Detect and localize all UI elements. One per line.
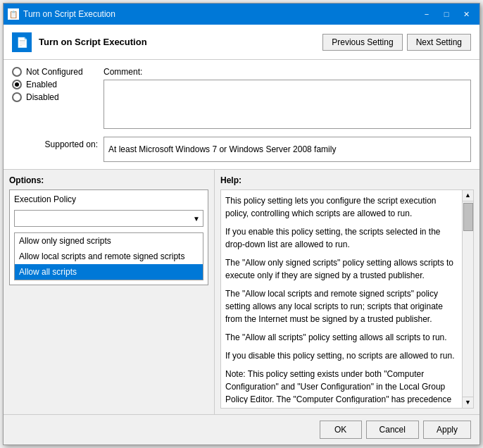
previous-setting-button[interactable]: Previous Setting <box>322 34 402 51</box>
scrollbar-track <box>463 201 473 397</box>
comment-label: Comment: <box>104 67 471 77</box>
radio-disabled-label: Disabled <box>26 92 59 102</box>
radio-enabled-label: Enabled <box>26 80 57 89</box>
window-title: Turn on Script Execution <box>23 9 115 19</box>
close-button[interactable]: ✕ <box>457 7 475 21</box>
title-bar-left: 📋 Turn on Script Execution <box>8 8 115 20</box>
comment-section: Comment: <box>104 67 471 131</box>
minimize-button[interactable]: − <box>418 7 436 21</box>
radio-disabled-input[interactable] <box>12 92 22 102</box>
top-section: Not Configured Enabled Disabled Comment:… <box>4 60 479 170</box>
header-bar: 📄 Turn on Script Execution Previous Sett… <box>4 25 479 60</box>
radio-disabled[interactable]: Disabled <box>12 92 104 102</box>
radio-enabled-input[interactable] <box>12 80 22 89</box>
header-buttons: Previous Setting Next Setting <box>322 34 471 51</box>
two-col-section: Options: Execution Policy ▼ Allow only s… <box>4 170 479 414</box>
options-column: Options: Execution Policy ▼ Allow only s… <box>4 170 215 414</box>
bottom-bar: OK Cancel Apply <box>4 414 479 444</box>
dropdown-item-1[interactable]: Allow local scripts and remote signed sc… <box>15 249 203 264</box>
cancel-button[interactable]: Cancel <box>366 421 419 439</box>
radio-not-configured-label: Not Configured <box>26 67 83 77</box>
help-column: Help: This policy setting lets you confi… <box>215 170 479 414</box>
radio-enabled[interactable]: Enabled <box>12 80 104 89</box>
comment-textarea[interactable] <box>104 80 471 129</box>
title-controls: − □ ✕ <box>418 7 475 21</box>
scrollbar-down-btn[interactable]: ▼ <box>463 397 474 408</box>
top-content: Not Configured Enabled Disabled Comment: <box>12 67 471 131</box>
window-icon: 📋 <box>8 8 19 20</box>
policy-title: Execution Policy <box>14 194 203 204</box>
help-para-2: The "Allow only signed scripts" policy s… <box>225 256 455 282</box>
help-para-1: If you enable this policy setting, the s… <box>225 225 455 251</box>
scrollbar-up-btn[interactable]: ▲ <box>463 190 474 201</box>
radio-group: Not Configured Enabled Disabled <box>12 67 104 102</box>
help-para-5: If you disable this policy setting, no s… <box>225 349 455 362</box>
help-para-3: The "Allow local scripts and remote sign… <box>225 287 455 325</box>
dropdown-list: Allow only signed scripts Allow local sc… <box>14 232 203 280</box>
options-label: Options: <box>9 175 208 185</box>
help-para-0: This policy setting lets you configure t… <box>225 194 455 220</box>
dropdown-container: ▼ <box>14 210 203 227</box>
scrollbar-thumb[interactable] <box>463 203 473 231</box>
dropdown-arrow-icon: ▼ <box>193 215 200 223</box>
help-para-6: Note: This policy setting exists under b… <box>225 368 455 404</box>
help-scrollbar[interactable]: ▲ ▼ <box>462 190 473 408</box>
dropdown-item-2[interactable]: Allow all scripts <box>15 264 203 280</box>
radio-not-configured-input[interactable] <box>12 67 22 77</box>
help-text-inner[interactable]: This policy setting lets you configure t… <box>225 194 469 404</box>
next-setting-button[interactable]: Next Setting <box>407 34 471 51</box>
supported-label: Supported on: <box>12 137 104 149</box>
help-label: Help: <box>220 175 474 185</box>
header-icon: 📄 <box>12 32 32 52</box>
help-para-4: The "Allow all scripts" policy setting a… <box>225 331 455 344</box>
dropdown-item-0[interactable]: Allow only signed scripts <box>15 233 203 249</box>
header-title: Turn on Script Execution <box>39 37 315 47</box>
supported-value: At least Microsoft Windows 7 or Windows … <box>104 137 471 162</box>
maximize-button[interactable]: □ <box>437 7 456 21</box>
title-bar: 📋 Turn on Script Execution − □ ✕ <box>4 4 479 25</box>
main-window: 📋 Turn on Script Execution − □ ✕ 📄 Turn … <box>3 3 480 445</box>
policy-box: Execution Policy ▼ Allow only signed scr… <box>9 189 208 285</box>
radio-not-configured[interactable]: Not Configured <box>12 67 104 77</box>
supported-row: Supported on: At least Microsoft Windows… <box>12 137 471 162</box>
dropdown-button[interactable]: ▼ <box>14 210 203 227</box>
help-text-box: This policy setting lets you configure t… <box>220 189 474 409</box>
ok-button[interactable]: OK <box>320 421 362 439</box>
apply-button[interactable]: Apply <box>423 421 471 439</box>
help-scroll-container: This policy setting lets you configure t… <box>220 189 474 409</box>
